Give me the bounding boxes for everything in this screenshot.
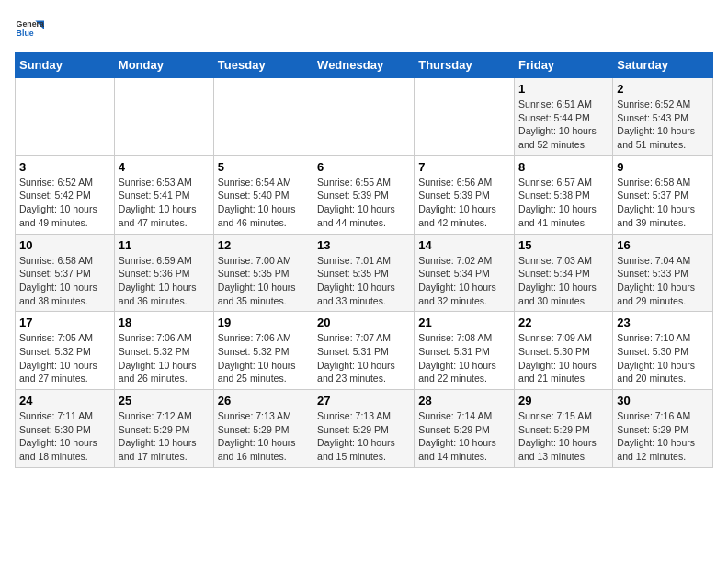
weekday-header-thursday: Thursday [415, 52, 515, 78]
day-number: 16 [617, 238, 709, 252]
calendar-cell [16, 78, 115, 156]
day-info: Sunrise: 7:06 AMSunset: 5:32 PMDaylight:… [119, 331, 210, 385]
calendar-cell: 24Sunrise: 7:11 AMSunset: 5:30 PMDayligh… [16, 390, 115, 468]
weekday-header-row: SundayMondayTuesdayWednesdayThursdayFrid… [16, 52, 713, 78]
svg-text:General: General [17, 19, 44, 29]
calendar-cell: 27Sunrise: 7:13 AMSunset: 5:29 PMDayligh… [313, 390, 415, 468]
calendar-cell: 18Sunrise: 7:06 AMSunset: 5:32 PMDayligh… [114, 312, 213, 390]
day-info: Sunrise: 7:14 AMSunset: 5:29 PMDaylight:… [418, 409, 510, 464]
day-number: 28 [418, 394, 510, 408]
day-number: 30 [617, 394, 709, 408]
week-row-3: 10Sunrise: 6:58 AMSunset: 5:37 PMDayligh… [16, 234, 713, 312]
day-number: 17 [19, 316, 110, 329]
weekday-header-tuesday: Tuesday [213, 52, 313, 78]
day-info: Sunrise: 7:02 AMSunset: 5:34 PMDaylight:… [418, 254, 510, 308]
day-info: Sunrise: 7:12 AMSunset: 5:29 PMDaylight:… [119, 409, 210, 464]
day-number: 18 [119, 316, 210, 329]
day-info: Sunrise: 7:11 AMSunset: 5:30 PMDaylight:… [19, 409, 110, 464]
calendar-cell: 23Sunrise: 7:10 AMSunset: 5:30 PMDayligh… [613, 312, 713, 390]
day-number: 14 [418, 238, 510, 252]
day-info: Sunrise: 7:15 AMSunset: 5:29 PMDaylight:… [518, 409, 609, 464]
day-info: Sunrise: 7:13 AMSunset: 5:29 PMDaylight:… [218, 409, 309, 464]
day-info: Sunrise: 6:52 AMSunset: 5:42 PMDaylight:… [19, 176, 110, 230]
day-info: Sunrise: 6:54 AMSunset: 5:40 PMDaylight:… [218, 176, 309, 230]
day-number: 19 [218, 316, 309, 329]
day-info: Sunrise: 7:00 AMSunset: 5:35 PMDaylight:… [218, 254, 309, 308]
calendar-cell: 21Sunrise: 7:08 AMSunset: 5:31 PMDayligh… [415, 312, 515, 390]
calendar-cell: 2Sunrise: 6:52 AMSunset: 5:43 PMDaylight… [613, 78, 713, 156]
day-number: 11 [119, 238, 210, 252]
weekday-header-wednesday: Wednesday [313, 52, 415, 78]
calendar-cell: 14Sunrise: 7:02 AMSunset: 5:34 PMDayligh… [415, 234, 515, 312]
calendar-cell: 8Sunrise: 6:57 AMSunset: 5:38 PMDaylight… [515, 155, 613, 234]
calendar-cell: 12Sunrise: 7:00 AMSunset: 5:35 PMDayligh… [213, 234, 313, 312]
week-row-5: 24Sunrise: 7:11 AMSunset: 5:30 PMDayligh… [16, 390, 713, 468]
calendar-cell [114, 78, 213, 156]
week-row-2: 3Sunrise: 6:52 AMSunset: 5:42 PMDaylight… [16, 155, 713, 234]
day-number: 15 [518, 238, 609, 252]
svg-text:Blue: Blue [17, 29, 34, 38]
weekday-header-friday: Friday [515, 52, 613, 78]
day-number: 23 [617, 316, 709, 329]
weekday-header-saturday: Saturday [613, 52, 713, 78]
page-header: General Blue [15, 15, 713, 44]
logo-icon: General Blue [15, 15, 44, 44]
calendar-cell: 17Sunrise: 7:05 AMSunset: 5:32 PMDayligh… [16, 312, 115, 390]
calendar-cell: 15Sunrise: 7:03 AMSunset: 5:34 PMDayligh… [515, 234, 613, 312]
calendar-cell: 7Sunrise: 6:56 AMSunset: 5:39 PMDaylight… [415, 155, 515, 234]
day-number: 12 [218, 238, 309, 252]
calendar-cell: 16Sunrise: 7:04 AMSunset: 5:33 PMDayligh… [613, 234, 713, 312]
calendar-cell: 30Sunrise: 7:16 AMSunset: 5:29 PMDayligh… [613, 390, 713, 468]
calendar-cell: 6Sunrise: 6:55 AMSunset: 5:39 PMDaylight… [313, 155, 415, 234]
day-number: 21 [418, 316, 510, 329]
day-info: Sunrise: 7:01 AMSunset: 5:35 PMDaylight:… [317, 254, 410, 308]
day-info: Sunrise: 6:57 AMSunset: 5:38 PMDaylight:… [518, 176, 609, 230]
calendar-cell: 25Sunrise: 7:12 AMSunset: 5:29 PMDayligh… [114, 390, 213, 468]
day-number: 22 [518, 316, 609, 329]
weekday-header-sunday: Sunday [16, 52, 115, 78]
calendar-table: SundayMondayTuesdayWednesdayThursdayFrid… [15, 52, 713, 468]
day-info: Sunrise: 7:07 AMSunset: 5:31 PMDaylight:… [317, 331, 410, 385]
calendar-cell: 11Sunrise: 6:59 AMSunset: 5:36 PMDayligh… [114, 234, 213, 312]
day-number: 6 [317, 160, 410, 174]
calendar-cell: 20Sunrise: 7:07 AMSunset: 5:31 PMDayligh… [313, 312, 415, 390]
day-info: Sunrise: 7:10 AMSunset: 5:30 PMDaylight:… [617, 331, 709, 385]
calendar-cell [213, 78, 313, 156]
day-number: 4 [119, 160, 210, 174]
calendar-cell [415, 78, 515, 156]
day-number: 3 [19, 160, 110, 174]
day-number: 1 [518, 82, 609, 96]
day-info: Sunrise: 6:53 AMSunset: 5:41 PMDaylight:… [119, 176, 210, 230]
day-info: Sunrise: 7:08 AMSunset: 5:31 PMDaylight:… [418, 331, 510, 385]
calendar-cell: 3Sunrise: 6:52 AMSunset: 5:42 PMDaylight… [16, 155, 115, 234]
day-info: Sunrise: 7:03 AMSunset: 5:34 PMDaylight:… [518, 254, 609, 308]
calendar-cell: 4Sunrise: 6:53 AMSunset: 5:41 PMDaylight… [114, 155, 213, 234]
day-info: Sunrise: 6:58 AMSunset: 5:37 PMDaylight:… [617, 176, 709, 230]
day-number: 2 [617, 82, 709, 96]
day-info: Sunrise: 6:51 AMSunset: 5:44 PMDaylight:… [518, 98, 609, 152]
calendar-cell: 1Sunrise: 6:51 AMSunset: 5:44 PMDaylight… [515, 78, 613, 156]
day-number: 5 [218, 160, 309, 174]
day-number: 9 [617, 160, 709, 174]
day-info: Sunrise: 7:16 AMSunset: 5:29 PMDaylight:… [617, 409, 709, 464]
week-row-4: 17Sunrise: 7:05 AMSunset: 5:32 PMDayligh… [16, 312, 713, 390]
calendar-cell: 13Sunrise: 7:01 AMSunset: 5:35 PMDayligh… [313, 234, 415, 312]
day-number: 8 [518, 160, 609, 174]
day-info: Sunrise: 7:04 AMSunset: 5:33 PMDaylight:… [617, 254, 709, 308]
day-number: 26 [218, 394, 309, 408]
day-info: Sunrise: 6:55 AMSunset: 5:39 PMDaylight:… [317, 176, 410, 230]
calendar-cell: 28Sunrise: 7:14 AMSunset: 5:29 PMDayligh… [415, 390, 515, 468]
day-info: Sunrise: 6:59 AMSunset: 5:36 PMDaylight:… [119, 254, 210, 308]
logo: General Blue [15, 15, 48, 44]
day-number: 29 [518, 394, 609, 408]
calendar-cell: 19Sunrise: 7:06 AMSunset: 5:32 PMDayligh… [213, 312, 313, 390]
day-number: 13 [317, 238, 410, 252]
calendar-cell: 22Sunrise: 7:09 AMSunset: 5:30 PMDayligh… [515, 312, 613, 390]
day-info: Sunrise: 7:13 AMSunset: 5:29 PMDaylight:… [317, 409, 410, 464]
day-info: Sunrise: 7:06 AMSunset: 5:32 PMDaylight:… [218, 331, 309, 385]
day-number: 7 [418, 160, 510, 174]
day-info: Sunrise: 6:52 AMSunset: 5:43 PMDaylight:… [617, 98, 709, 152]
week-row-1: 1Sunrise: 6:51 AMSunset: 5:44 PMDaylight… [16, 78, 713, 156]
calendar-cell: 26Sunrise: 7:13 AMSunset: 5:29 PMDayligh… [213, 390, 313, 468]
calendar-cell: 9Sunrise: 6:58 AMSunset: 5:37 PMDaylight… [613, 155, 713, 234]
